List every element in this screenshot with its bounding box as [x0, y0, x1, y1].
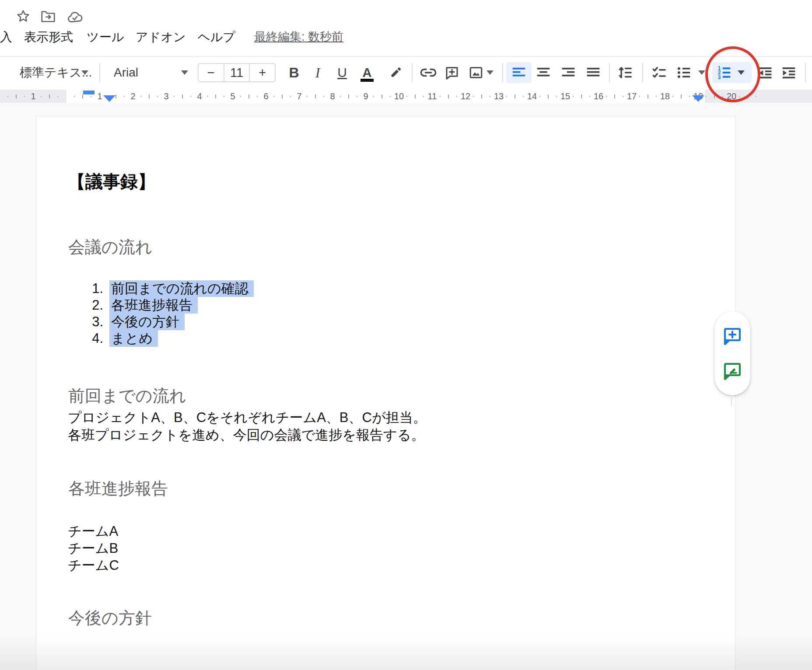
ruler-number: 16	[592, 90, 605, 103]
ruler-number: 2	[126, 90, 140, 103]
heading-meeting-flow[interactable]: 会議の流れ	[68, 236, 152, 258]
font-size-control: − 11 +	[198, 63, 276, 82]
menu-item-insert-partial[interactable]: 入	[0, 29, 12, 45]
toolbar-divider	[412, 63, 413, 82]
move-folder-icon[interactable]	[40, 10, 56, 23]
ruler-number: 13	[492, 90, 505, 103]
chevron-down-icon[interactable]	[81, 70, 88, 75]
highlight-color-button[interactable]	[385, 62, 405, 83]
insert-link-button[interactable]	[417, 62, 439, 83]
numbered-list-icon: 1 2 3	[716, 64, 732, 81]
document-title-text[interactable]: 【議事録】	[68, 170, 155, 194]
numbered-list-button[interactable]: 1 2 3	[714, 62, 734, 83]
highlighter-icon	[387, 65, 403, 80]
suggest-edit-icon	[722, 361, 743, 382]
font-selector[interactable]: Arial	[114, 57, 138, 88]
selected-text[interactable]: まとめ	[109, 330, 158, 347]
ruler-number: 9	[359, 90, 372, 103]
toolbar-divider	[99, 63, 100, 82]
add-comment-button[interactable]	[442, 62, 462, 83]
ruler-number: 7	[293, 90, 306, 103]
decrease-font-size-button[interactable]: −	[199, 64, 224, 81]
italic-button[interactable]: I	[309, 62, 326, 83]
indent-increase-button[interactable]	[779, 62, 799, 83]
bulleted-list-icon	[676, 64, 692, 81]
underline-button[interactable]: U	[333, 62, 351, 83]
ruler-number: 18	[658, 90, 672, 103]
toolbar-divider	[609, 63, 610, 82]
body-line: チームA	[68, 523, 119, 540]
selected-text[interactable]: 各班進捗報告	[109, 297, 198, 314]
list-item[interactable]: 1. 前回までの流れの確認	[0, 280, 306, 297]
list-number: 1.	[66, 280, 103, 297]
heading-progress-report[interactable]: 各班進捗報告	[68, 478, 168, 500]
ruler-number: 14	[525, 90, 539, 103]
underline-icon: U	[337, 62, 347, 83]
indent-increase-icon	[780, 64, 797, 81]
align-right-icon	[560, 64, 577, 81]
align-left-icon	[511, 64, 527, 81]
chevron-down-icon[interactable]	[698, 70, 705, 75]
align-left-button[interactable]	[508, 62, 529, 83]
list-number: 4.	[66, 330, 103, 347]
menu-item-format[interactable]: 表示形式	[24, 29, 73, 45]
body-line: 各班プロジェクトを進め、今回の会議で進捗を報告する。	[68, 426, 427, 444]
line-spacing-icon	[616, 64, 633, 81]
ruler-number: 11	[426, 90, 439, 103]
horizontal-ruler[interactable]: 1 1 2 3 4 5 6 7 8 9 10 11 12 13 14 15 16…	[0, 90, 812, 103]
justify-button[interactable]	[583, 62, 604, 83]
link-icon	[420, 64, 437, 81]
ruler-number: 3	[160, 90, 173, 103]
menu-item-tools[interactable]: ツール	[87, 29, 124, 45]
indent-decrease-icon	[757, 64, 774, 81]
heading-previous-flow[interactable]: 前回までの流れ	[68, 385, 186, 407]
heading-future-policy[interactable]: 今後の方針	[68, 607, 152, 629]
text-color-button[interactable]: A	[358, 62, 376, 83]
chevron-down-icon[interactable]	[181, 70, 188, 75]
font-size-value[interactable]: 11	[224, 64, 250, 81]
list-item[interactable]: 2. 各班進捗報告	[0, 297, 306, 314]
align-right-button[interactable]	[558, 62, 579, 83]
ruler-number: 20	[725, 90, 738, 103]
toolbar-divider	[805, 63, 806, 82]
bold-button[interactable]: B	[285, 62, 303, 83]
team-list[interactable]: チームA チームB チームC	[68, 523, 119, 574]
ruler-number: 17	[625, 90, 638, 103]
selected-text[interactable]: 前回までの流れの確認	[109, 280, 254, 297]
toolbar: 標準テキス... Arial − 11 + B I U A	[0, 56, 812, 91]
list-number: 3.	[66, 314, 103, 330]
list-item[interactable]: 3. 今後の方針	[0, 314, 306, 330]
body-line: プロジェクトA、B、CをそれぞれチームA、B、Cが担当。	[68, 409, 427, 426]
ruler-number: 15	[559, 90, 572, 103]
justify-icon	[585, 64, 602, 81]
list-item[interactable]: 4. まとめ	[0, 330, 306, 347]
body-line: チームB	[68, 540, 119, 557]
chevron-down-icon[interactable]	[486, 70, 494, 75]
align-center-button[interactable]	[533, 62, 554, 83]
ruler-number: 1	[27, 90, 40, 103]
ruler-number: 12	[459, 90, 472, 103]
chevron-down-icon[interactable]	[738, 70, 745, 75]
left-indent-marker[interactable]	[103, 95, 116, 102]
star-icon[interactable]	[16, 9, 31, 24]
suggest-edits-floating-button[interactable]	[721, 360, 743, 382]
menu-item-help[interactable]: ヘルプ	[198, 29, 235, 45]
line-spacing-button[interactable]	[614, 62, 635, 83]
add-comment-floating-button[interactable]	[721, 325, 743, 347]
body-paragraph[interactable]: プロジェクトA、B、CをそれぞれチームA、B、Cが担当。 各班プロジェクトを進め…	[68, 409, 427, 444]
first-line-indent-marker[interactable]	[83, 91, 94, 94]
checklist-button[interactable]	[648, 62, 669, 83]
svg-text:3: 3	[718, 74, 721, 80]
menu-item-addons[interactable]: アドオン	[136, 29, 186, 45]
ruler-number: 4	[193, 90, 206, 103]
bulleted-list-button[interactable]	[674, 62, 694, 83]
add-comment-icon	[722, 326, 743, 347]
selected-text[interactable]: 今後の方針	[109, 314, 185, 330]
ruler-quarter-ticks	[0, 96, 770, 97]
right-indent-marker[interactable]	[692, 95, 704, 102]
ruler-number: 6	[259, 90, 273, 103]
last-edit-link[interactable]: 最終編集: 数秒前	[254, 29, 343, 45]
insert-image-button[interactable]	[466, 62, 486, 83]
indent-decrease-button[interactable]	[755, 62, 775, 83]
increase-font-size-button[interactable]: +	[250, 64, 275, 81]
